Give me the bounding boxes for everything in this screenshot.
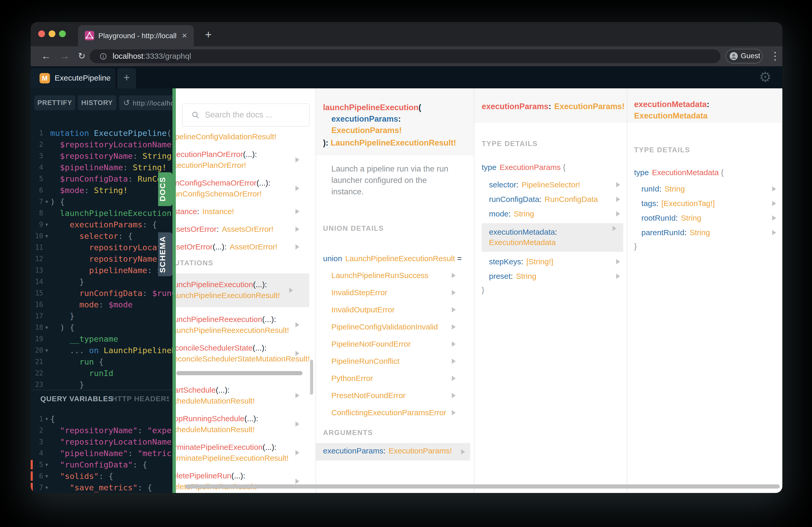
code-text[interactable]: repositoryLocationName: $repositoryLocat… bbox=[50, 242, 172, 253]
type-field-row[interactable]: mode:String bbox=[482, 209, 627, 219]
reload-icon[interactable]: ↻ bbox=[78, 46, 86, 66]
code-text[interactable]: ) { bbox=[50, 322, 172, 333]
code-text[interactable]: pipelineName: $pipelineName bbox=[50, 265, 172, 276]
doc-list-item[interactable]: reconcileSchedulerState(...):ReconcileSc… bbox=[176, 343, 316, 364]
code-text[interactable]: runConfigData: $runConfigData bbox=[50, 287, 172, 299]
union-member-row[interactable]: PipelineNotFoundError bbox=[331, 339, 474, 349]
code-text[interactable]: repositoryName: $repositoryName bbox=[50, 253, 172, 265]
tab-schema[interactable]: SCHEMA bbox=[158, 232, 172, 276]
doc-list-item[interactable]: terminatePipelineExecution(...):Terminat… bbox=[176, 442, 316, 464]
fold-arrow-icon[interactable]: ▾ bbox=[43, 230, 50, 242]
code-text[interactable]: selector: { bbox=[50, 230, 172, 242]
doc-list-item[interactable]: assetsOrError:AssetsOrError! bbox=[176, 224, 316, 235]
fold-arrow-icon[interactable]: ▾ bbox=[43, 470, 50, 482]
session-tab[interactable]: M ExecutePipeline × bbox=[31, 68, 115, 88]
fold-arrow-icon[interactable]: ▾ bbox=[43, 413, 50, 425]
profile-button[interactable]: Guest bbox=[726, 49, 763, 63]
variables-editor[interactable]: 1▾{2 "repositoryName": "exper3 "reposito… bbox=[31, 413, 172, 493]
fold-arrow-icon[interactable]: ▾ bbox=[43, 345, 50, 356]
doc-list-item[interactable]: launchPipelineExecution(...):LaunchPipel… bbox=[176, 273, 309, 307]
code-text[interactable]: $mode: String! bbox=[50, 184, 172, 196]
tab-query-variables[interactable]: QUERY VARIABLES bbox=[40, 395, 113, 403]
new-tab-button[interactable]: + bbox=[200, 26, 217, 44]
docs-search-box[interactable] bbox=[182, 103, 309, 126]
code-text[interactable]: ) { bbox=[50, 196, 172, 207]
code-text[interactable]: } bbox=[50, 276, 172, 287]
horizontal-scrollbar-thumb[interactable] bbox=[176, 371, 303, 375]
vertical-scrollbar-thumb[interactable] bbox=[310, 360, 313, 395]
window-minimize-button[interactable] bbox=[49, 30, 55, 37]
type-field-row[interactable]: selector:PipelineSelector! bbox=[482, 180, 627, 190]
union-member-row[interactable]: PresetNotFoundError bbox=[331, 390, 474, 401]
doc-list-item[interactable]: deletePipelineRun(...):DeletePipelineRun… bbox=[176, 470, 316, 492]
forward-icon[interactable]: → bbox=[60, 46, 70, 66]
type-field-row[interactable]: preset:String bbox=[482, 271, 627, 282]
fold-arrow-icon[interactable]: ▾ bbox=[43, 196, 50, 207]
doc-list-item[interactable]: assetOrError(...):AssetOrError! bbox=[176, 241, 316, 252]
fold-arrow-icon[interactable]: ▾ bbox=[43, 219, 50, 230]
code-text[interactable]: $repositoryLocationName: String! bbox=[50, 139, 172, 150]
code-text[interactable]: run { bbox=[50, 356, 172, 367]
code-text[interactable]: { bbox=[50, 413, 172, 425]
code-text[interactable]: $pipelineName: String! bbox=[50, 162, 172, 173]
union-member-row[interactable]: PipelineConfigValidationInvalid bbox=[331, 322, 474, 332]
menu-kebab-icon[interactable]: ⋮ bbox=[770, 46, 780, 66]
settings-gear-icon[interactable]: ⚙ bbox=[759, 68, 771, 86]
doc-list-item[interactable]: instance:Instance! bbox=[176, 206, 316, 217]
code-text[interactable]: } bbox=[50, 310, 172, 322]
code-text[interactable]: $repositoryName: String! bbox=[50, 150, 172, 162]
union-member-row[interactable]: ConflictingExecutionParamsError bbox=[331, 407, 474, 418]
fold-arrow-icon[interactable]: ▾ bbox=[43, 322, 50, 333]
type-field-row[interactable]: stepKeys:[String!] bbox=[482, 256, 627, 267]
union-member-row[interactable]: PythonError bbox=[331, 373, 474, 383]
back-icon[interactable]: ← bbox=[41, 46, 51, 66]
docs-divider-strip[interactable] bbox=[172, 88, 176, 493]
address-bar[interactable]: localhost:3333/graphql bbox=[90, 49, 721, 63]
code-text[interactable]: "pipelineName": "metrics bbox=[50, 448, 172, 459]
fold-arrow-icon[interactable]: ▾ bbox=[43, 459, 50, 470]
code-text[interactable]: "save_metrics": { bbox=[50, 482, 172, 493]
query-editor[interactable]: 1mutation ExecutePipeline(2 $repositoryL… bbox=[31, 127, 172, 390]
code-text[interactable]: runId bbox=[50, 367, 172, 379]
code-text[interactable]: "repositoryName": "exper bbox=[50, 425, 172, 436]
code-text[interactable]: "runConfigData": { bbox=[50, 459, 172, 470]
type-field-row[interactable]: tags:[ExecutionTag!] bbox=[634, 198, 782, 209]
argument-row[interactable]: executionParams:ExecutionParams! bbox=[316, 443, 470, 461]
code-text[interactable]: executionParams: { bbox=[50, 219, 172, 230]
type-field-row[interactable]: rootRunId:String bbox=[634, 213, 782, 223]
union-member-row[interactable]: InvalidOutputError bbox=[331, 304, 474, 315]
site-info-icon[interactable] bbox=[100, 53, 107, 60]
code-text[interactable]: "solids": { bbox=[50, 470, 172, 482]
code-text[interactable]: launchPipelineExecution( bbox=[50, 207, 172, 219]
type-field-row[interactable]: executionMetadata:ExecutionMetadata bbox=[482, 223, 623, 252]
type-field-row[interactable]: runId:String bbox=[634, 184, 782, 194]
doc-list-item[interactable]: PipelineConfigValidationResult! bbox=[176, 131, 316, 142]
union-member-row[interactable]: LaunchPipelineRunSuccess bbox=[331, 270, 474, 281]
search-input[interactable] bbox=[204, 106, 304, 124]
browser-tab[interactable]: Playground - http://localhost:3 × bbox=[78, 25, 194, 46]
window-close-button[interactable] bbox=[38, 30, 45, 37]
tab-http-headers[interactable]: HTTP HEADERS bbox=[112, 395, 169, 403]
fold-arrow-icon[interactable]: ▾ bbox=[43, 482, 50, 493]
add-session-button[interactable]: + bbox=[117, 68, 136, 88]
doc-list-item[interactable]: stopRunningSchedule(...):ScheduleMutatio… bbox=[176, 413, 316, 435]
code-text[interactable]: } bbox=[50, 379, 172, 390]
horizontal-scrollbar-thumb[interactable] bbox=[185, 484, 780, 488]
union-member-row[interactable]: InvalidStepError bbox=[331, 287, 474, 298]
window-zoom-button[interactable] bbox=[59, 30, 66, 37]
tab-close-icon[interactable]: × bbox=[182, 25, 187, 46]
prettify-button[interactable]: PRETTIFY bbox=[34, 95, 75, 110]
code-text[interactable]: mutation ExecutePipeline( bbox=[50, 127, 172, 139]
union-member-row[interactable]: PipelineRunConflict bbox=[331, 356, 474, 366]
type-field-row[interactable]: parentRunId:String bbox=[634, 227, 782, 238]
code-text[interactable]: "repositoryLocationName": bbox=[50, 436, 172, 448]
doc-list-item[interactable]: runConfigSchemaOrError(...):RunConfigSch… bbox=[176, 178, 316, 199]
doc-list-item[interactable]: launchPipelineReexecution(...):LaunchPip… bbox=[176, 314, 316, 336]
history-button[interactable]: HISTORY bbox=[78, 95, 116, 110]
code-text[interactable]: $runConfigData: RunConfigData! bbox=[50, 173, 172, 184]
doc-list-item[interactable]: startSchedule(...):ScheduleMutationResul… bbox=[176, 385, 316, 406]
code-text[interactable]: __typename bbox=[50, 333, 172, 345]
endpoint-input[interactable]: ↺http://localhost:3333/graphql bbox=[119, 95, 172, 110]
type-field-row[interactable]: runConfigData:RunConfigData bbox=[482, 194, 627, 205]
code-text[interactable]: ... on LaunchPipelineRunSuccess { bbox=[50, 345, 172, 356]
